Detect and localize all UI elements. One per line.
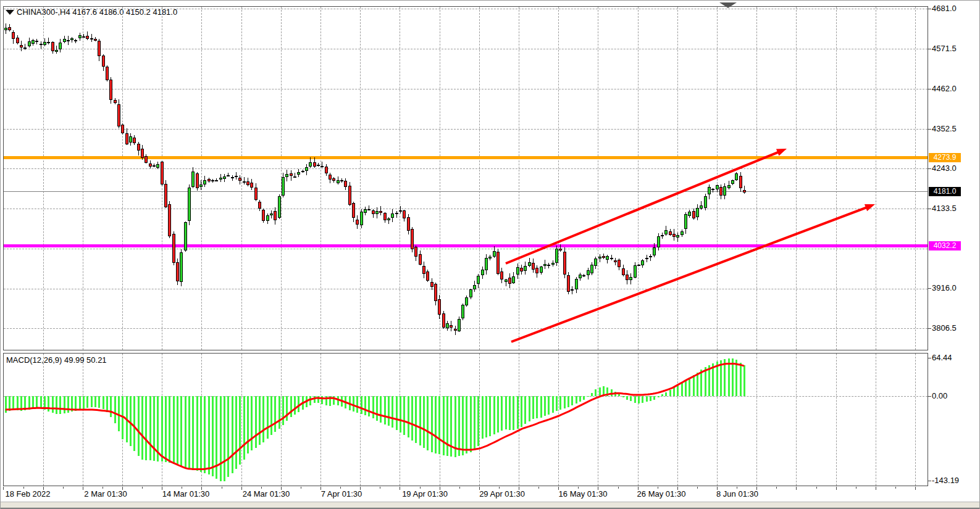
price-axis-tick — [928, 49, 931, 49]
macd-panel-frame — [3, 353, 928, 486]
main-chart-frame — [3, 6, 928, 350]
price-axis-tick — [928, 168, 931, 169]
time-axis-tick — [340, 487, 341, 489]
time-axis-tick — [63, 487, 64, 489]
time-axis-tick — [876, 487, 876, 490]
time-axis-label: 24 Mar 01:30 — [243, 489, 290, 499]
price-axis-tick — [928, 129, 931, 130]
price-axis-tick — [928, 328, 931, 329]
time-axis-tick — [856, 487, 856, 489]
time-axis-tick — [796, 487, 797, 490]
time-axis-label: 26 May 01:30 — [637, 489, 686, 499]
level-price-badge: 4032.2 — [929, 241, 961, 250]
time-axis-tick — [658, 487, 658, 489]
macd-indicator-label: MACD(12,26,9) 49.99 50.21 — [6, 355, 107, 365]
time-axis-tick — [776, 487, 777, 489]
price-axis-label: 4133.5 — [932, 204, 957, 213]
time-axis-tick — [915, 487, 916, 490]
time-axis-tick — [816, 487, 817, 489]
time-axis-tick — [142, 487, 143, 489]
time-axis-label: 29 Apr 01:30 — [479, 489, 525, 499]
time-axis-tick — [103, 487, 103, 489]
price-axis-label: 4243.0 — [932, 163, 957, 173]
time-axis-label: 2 Mar 01:30 — [84, 489, 127, 499]
price-axis-label: 4352.5 — [932, 124, 957, 133]
time-axis-tick — [697, 487, 698, 489]
time-axis-label: 8 Jun 01:30 — [716, 489, 758, 499]
time-axis-label: 19 Apr 01:30 — [402, 489, 448, 499]
macd-axis-label: 64.44 — [932, 353, 952, 362]
time-axis-label: 7 Apr 01:30 — [321, 489, 362, 499]
time-axis-tick — [737, 487, 737, 489]
price-axis-label: 4681.0 — [932, 4, 957, 13]
time-axis-tick — [618, 487, 619, 489]
time-axis-tick — [836, 487, 837, 490]
price-axis-label: 3806.5 — [932, 323, 957, 333]
price-axis-tick — [928, 209, 931, 209]
price-axis-label: 4571.5 — [932, 44, 957, 53]
time-axis-tick — [222, 487, 222, 489]
current-price-badge: 4181.0 — [929, 187, 961, 196]
time-axis-tick — [499, 487, 500, 489]
macd-axis-label: -143.19 — [932, 476, 959, 485]
time-axis-tick — [380, 487, 380, 489]
time-axis-tick — [83, 487, 83, 490]
macd-axis-tick — [928, 481, 931, 481]
scroll-position-marker[interactable] — [719, 2, 737, 8]
time-axis-tick — [3, 487, 4, 490]
price-axis-label: 3916.0 — [932, 283, 957, 292]
time-axis-tick — [895, 487, 896, 489]
time-axis-tick — [261, 487, 262, 489]
price-axis-tick — [928, 89, 931, 89]
price-axis-tick — [928, 288, 931, 289]
time-axis-tick — [182, 487, 182, 489]
chart-window: CHINA300-,H4 4167.6 4186.0 4150.2 4181.0… — [0, 0, 980, 509]
time-axis-tick — [301, 487, 301, 489]
price-axis-label: 4462.0 — [932, 84, 957, 93]
macd-axis-tick — [928, 396, 931, 397]
price-axis-tick — [928, 9, 931, 9]
macd-axis-tick — [928, 358, 931, 358]
time-axis-tick — [241, 487, 242, 490]
level-price-badge: 4273.9 — [929, 153, 961, 162]
time-axis-tick — [23, 487, 24, 489]
time-axis-label: 18 Feb 2022 — [5, 489, 50, 499]
time-axis-tick — [420, 487, 421, 489]
time-axis-tick — [400, 487, 400, 490]
time-axis-label: 14 Mar 01:30 — [162, 489, 210, 499]
time-axis-tick — [538, 487, 539, 489]
time-axis-label: 16 May 01:30 — [559, 489, 608, 499]
macd-axis-label: 0.00 — [932, 391, 947, 400]
time-axis-tick — [459, 487, 460, 489]
time-axis-tick — [578, 487, 579, 489]
